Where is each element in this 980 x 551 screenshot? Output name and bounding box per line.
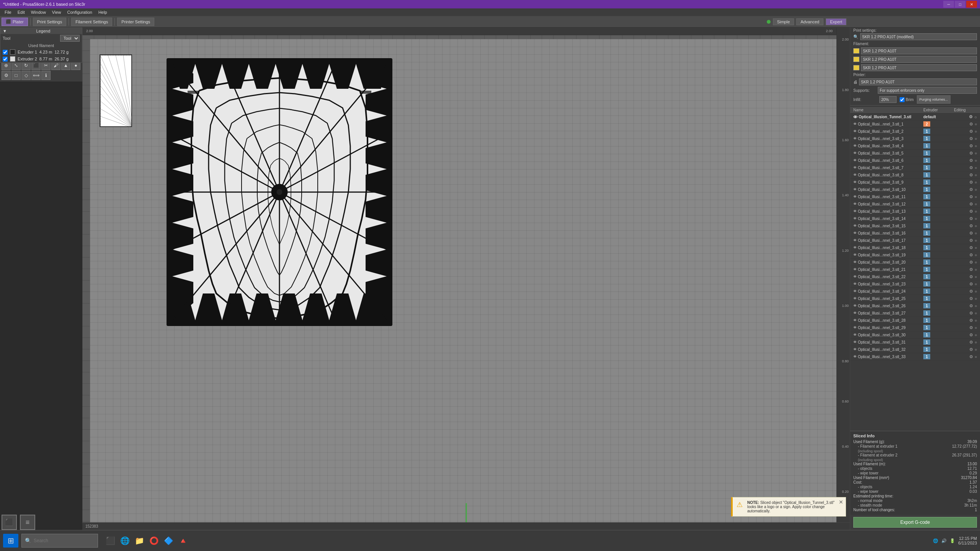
obj-circle-icon-15[interactable]: ○	[975, 224, 977, 228]
taskbar-icon-4[interactable]: ⭕	[148, 535, 160, 547]
obj-eye-icon-20[interactable]: 👁	[853, 260, 857, 264]
obj-eye-icon-1[interactable]: 👁	[853, 122, 857, 126]
object-row-27[interactable]: 👁 Optical_Illusi...nnel_3.stl_27 1 ⚙ ○	[850, 310, 980, 317]
obj-eye-icon-17[interactable]: 👁	[853, 238, 857, 242]
obj-settings-icon-8[interactable]: ⚙	[969, 173, 973, 178]
obj-circle-icon-14[interactable]: ○	[975, 217, 977, 221]
object-row-22[interactable]: 👁 Optical_Illusi...nnel_3.stl_22 1 ⚙ ○	[850, 273, 980, 280]
obj-eye-icon-22[interactable]: 👁	[853, 275, 857, 279]
obj-circle-icon-25[interactable]: ○	[975, 297, 977, 301]
print-settings-button[interactable]: Print Settings	[33, 18, 66, 26]
obj-settings-icon-27[interactable]: ⚙	[969, 311, 973, 316]
obj-settings-icon-33[interactable]: ⚙	[969, 354, 973, 359]
filament-selector-3[interactable]	[861, 64, 977, 71]
obj-circle-icon-5[interactable]: ○	[975, 151, 977, 155]
object-row-24[interactable]: 👁 Optical_Illusi...nnel_3.stl_24 1 ⚙ ○	[850, 288, 980, 295]
menu-view[interactable]: View	[49, 9, 64, 15]
object-row-7[interactable]: 👁 Optical_Illusi...nnel_3.stl_7 1 ⚙ ○	[850, 164, 980, 171]
obj-settings-icon-30[interactable]: ⚙	[969, 333, 973, 337]
object-row-6[interactable]: 👁 Optical_Illusi...nnel_3.stl_6 1 ⚙ ○	[850, 157, 980, 164]
obj-settings-icon-12[interactable]: ⚙	[969, 202, 973, 207]
obj-circle-icon-1[interactable]: ○	[975, 122, 977, 126]
obj-circle-icon-33[interactable]: ○	[975, 355, 977, 359]
viewport-canvas[interactable]: 2.00 2.00	[82, 28, 850, 530]
obj-circle-icon-27[interactable]: ○	[975, 311, 977, 315]
obj-settings-icon-20[interactable]: ⚙	[969, 260, 973, 265]
obj-settings-icon-18[interactable]: ⚙	[969, 245, 973, 250]
obj-circle-icon-18[interactable]: ○	[975, 246, 977, 250]
obj-circle-icon-7[interactable]: ○	[975, 166, 977, 170]
obj-circle-icon-32[interactable]: ○	[975, 347, 977, 352]
obj-circle-icon-29[interactable]: ○	[975, 326, 977, 330]
object-row-17[interactable]: 👁 Optical_Illusi...nnel_3.stl_17 1 ⚙ ○	[850, 237, 980, 244]
obj-eye-icon-28[interactable]: 👁	[853, 318, 857, 322]
obj-eye-icon-7[interactable]: 👁	[853, 166, 857, 170]
taskbar-icon-prusaslicer[interactable]: 🔺	[177, 535, 189, 547]
root-object-row[interactable]: 👁 Optical_Illusion_Tunnel_3.stl default …	[850, 114, 980, 121]
obj-settings-icon-19[interactable]: ⚙	[969, 253, 973, 258]
obj-circle-icon-20[interactable]: ○	[975, 260, 977, 264]
object-row-15[interactable]: 👁 Optical_Illusi...nnel_3.stl_15 1 ⚙ ○	[850, 222, 980, 230]
obj-settings-icon-5[interactable]: ⚙	[969, 151, 973, 156]
object-row-31[interactable]: 👁 Optical_Illusi...nnel_3.stl_31 1 ⚙ ○	[850, 339, 980, 346]
obj-settings-icon-15[interactable]: ⚙	[969, 223, 973, 228]
obj-eye-icon-30[interactable]: 👁	[853, 333, 857, 337]
obj-circle-icon-24[interactable]: ○	[975, 289, 977, 293]
obj-settings-icon-17[interactable]: ⚙	[969, 238, 973, 243]
obj-eye-icon-4[interactable]: 👁	[853, 144, 857, 148]
extruder1-checkbox[interactable]	[3, 50, 8, 55]
obj-circle-icon-23[interactable]: ○	[975, 282, 977, 286]
obj-eye-icon-11[interactable]: 👁	[853, 195, 857, 199]
obj-eye-icon-8[interactable]: 👁	[853, 173, 857, 177]
obj-eye-icon-14[interactable]: 👁	[853, 217, 857, 220]
advanced-mode-button[interactable]: Advanced	[796, 18, 823, 25]
obj-circle-icon-21[interactable]: ○	[975, 267, 977, 272]
object-row-30[interactable]: 👁 Optical_Illusi...nnel_3.stl_30 1 ⚙ ○	[850, 331, 980, 339]
object-row-1[interactable]: 👁 Optical_Illusi...nnel_3.stl_1 2 ⚙ ○	[850, 121, 980, 128]
object-row-13[interactable]: 👁 Optical_Illusi...nnel_3.stl_13 1 ⚙ ○	[850, 208, 980, 215]
obj-settings-icon-16[interactable]: ⚙	[969, 231, 973, 236]
obj-eye-icon-10[interactable]: 👁	[853, 187, 857, 191]
menu-edit[interactable]: Edit	[15, 9, 28, 15]
obj-settings-icon-23[interactable]: ⚙	[969, 282, 973, 287]
obj-eye-icon-13[interactable]: 👁	[853, 209, 857, 213]
tool-settings[interactable]: ⚙	[2, 71, 11, 80]
obj-settings-icon-29[interactable]: ⚙	[969, 325, 973, 330]
taskbar-icon-5[interactable]: 🔷	[162, 535, 175, 547]
obj-settings-icon-31[interactable]: ⚙	[969, 340, 973, 345]
tool-mirror[interactable]: ⟺	[31, 71, 41, 80]
obj-settings-icon-10[interactable]: ⚙	[969, 187, 973, 192]
obj-settings-icon-9[interactable]: ⚙	[969, 180, 973, 185]
obj-circle-icon-2[interactable]: ○	[975, 129, 977, 134]
obj-eye-icon-19[interactable]: 👁	[853, 253, 857, 257]
obj-circle-icon-30[interactable]: ○	[975, 333, 977, 337]
object-row-29[interactable]: 👁 Optical_Illusi...nnel_3.stl_29 1 ⚙ ○	[850, 324, 980, 331]
obj-eye-icon-29[interactable]: 👁	[853, 326, 857, 329]
taskbar-icon-1[interactable]: ⬛	[104, 535, 116, 547]
object-row-3[interactable]: 👁 Optical_Illusi...nnel_3.stl_3 1 ⚙ ○	[850, 135, 980, 142]
object-row-8[interactable]: 👁 Optical_Illusi...nnel_3.stl_8 1 ⚙ ○	[850, 171, 980, 179]
object-row-33[interactable]: 👁 Optical_Illusi...nnel_3.stl_33 1 ⚙ ○	[850, 353, 980, 360]
obj-settings-icon-11[interactable]: ⚙	[969, 194, 973, 199]
obj-eye-icon-3[interactable]: 👁	[853, 137, 857, 140]
object-row-10[interactable]: 👁 Optical_Illusi...nnel_3.stl_10 1 ⚙ ○	[850, 186, 980, 193]
filament-selector-2[interactable]	[861, 56, 977, 63]
object-row-4[interactable]: 👁 Optical_Illusi...nnel_3.stl_4 1 ⚙ ○	[850, 142, 980, 150]
object-row-18[interactable]: 👁 Optical_Illusi...nnel_3.stl_18 1 ⚙ ○	[850, 244, 980, 251]
printer-settings-button[interactable]: Printer Settings	[117, 18, 154, 26]
taskbar-icon-2[interactable]: 🌐	[119, 535, 131, 547]
obj-circle-icon-10[interactable]: ○	[975, 187, 977, 192]
obj-settings-icon-1[interactable]: ⚙	[969, 122, 973, 127]
obj-eye-icon-25[interactable]: 👁	[853, 297, 857, 300]
menu-window[interactable]: Window	[28, 9, 49, 15]
print-settings-selector[interactable]	[860, 33, 977, 40]
object-row-23[interactable]: 👁 Optical_Illusi...nnel_3.stl_23 1 ⚙ ○	[850, 280, 980, 288]
obj-settings-icon-25[interactable]: ⚙	[969, 296, 973, 301]
eye-icon[interactable]: 👁	[853, 115, 858, 119]
obj-circle-icon-17[interactable]: ○	[975, 238, 977, 243]
obj-eye-icon-32[interactable]: 👁	[853, 347, 857, 351]
taskbar-icon-3[interactable]: 📁	[133, 535, 145, 547]
object-row-16[interactable]: 👁 Optical_Illusi...nnel_3.stl_16 1 ⚙ ○	[850, 230, 980, 237]
obj-settings-icon-24[interactable]: ⚙	[969, 289, 973, 294]
brim-checkbox[interactable]	[900, 97, 905, 102]
